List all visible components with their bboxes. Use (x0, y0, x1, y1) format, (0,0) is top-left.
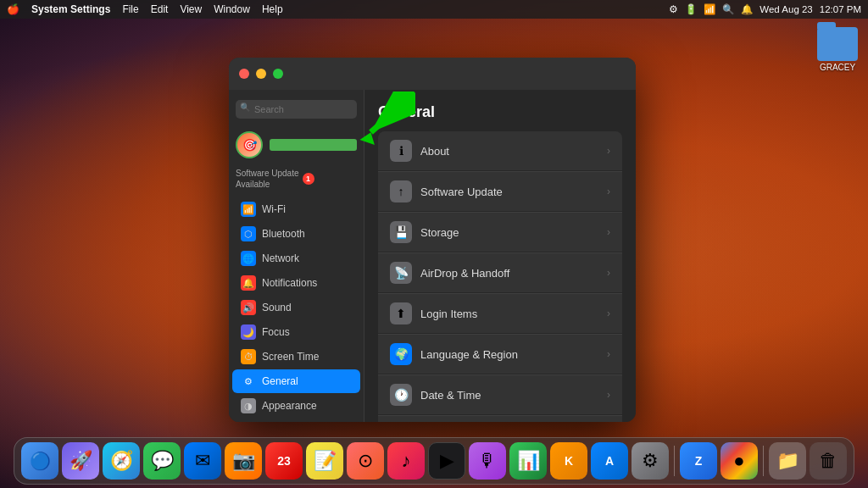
settings-item-login-items[interactable]: ⬆ Login Items › (378, 293, 622, 333)
menu-notification-icon[interactable]: 🔔 (741, 3, 753, 15)
language-icon: 🌍 (390, 343, 412, 365)
dock-item-notes[interactable]: 📝 (306, 442, 343, 480)
numbers-icon: 📊 (517, 450, 540, 472)
dock-item-appletv[interactable]: ▶ (428, 442, 465, 480)
screentime-icon: ⏱ (241, 349, 256, 364)
sidebar-item-network[interactable]: 🌐 Network (232, 247, 360, 270)
update-text: Software UpdateAvailable (236, 168, 299, 190)
user-section[interactable]: 🎯 (229, 126, 364, 164)
menu-time: 12:07 PM (820, 4, 861, 14)
search-input[interactable] (236, 100, 357, 119)
focus-icon: 🌙 (241, 324, 256, 340)
menu-window[interactable]: Window (214, 3, 250, 15)
sidebar: 🎯 Software UpdateAvailable 1 📶 Wi-Fi ⬡ B… (229, 90, 364, 422)
mail-icon: ✉ (195, 450, 210, 472)
bluetooth-icon: ⬡ (241, 226, 256, 241)
sidebar-item-wifi[interactable]: 📶 Wi-Fi (232, 197, 360, 221)
dock-item-files[interactable]: 📁 (769, 442, 806, 480)
menu-wifi-icon[interactable]: 📶 (704, 3, 715, 15)
settings-item-storage[interactable]: 💾 Storage › (378, 212, 622, 252)
dock-item-trash[interactable]: 🗑 (810, 442, 847, 480)
dock-item-zoom[interactable]: Z (680, 442, 717, 480)
avatar: 🎯 (236, 131, 263, 158)
sidebar-search-container (229, 97, 364, 125)
menu-gear-icon[interactable]: ⚙ (669, 3, 678, 15)
dock-item-photos[interactable]: 📷 (225, 442, 262, 480)
sidebar-item-bluetooth[interactable]: ⬡ Bluetooth (232, 222, 360, 246)
sidebar-item-focus[interactable]: 🌙 Focus (232, 320, 360, 344)
apple-menu[interactable]: 🍎 (7, 3, 19, 15)
folder-label: GRACEY (820, 63, 855, 72)
about-chevron-icon: › (607, 145, 610, 157)
menu-battery-icon[interactable]: 🔋 (685, 3, 697, 15)
menubar-left: 🍎 System Settings File Edit View Window … (7, 3, 283, 15)
dock-item-music[interactable]: ♪ (387, 442, 425, 480)
dock-item-chrome[interactable]: ● (721, 442, 758, 480)
sidebar-label-sound: Sound (262, 302, 292, 313)
dock-item-calendar[interactable]: 23 (265, 442, 303, 480)
dock-item-reminders[interactable]: ⊙ (347, 442, 384, 480)
about-label: About (420, 145, 598, 158)
dock-item-safari[interactable]: 🧭 (103, 442, 140, 480)
menu-file[interactable]: File (122, 3, 138, 15)
settings-item-about[interactable]: ℹ About › (378, 131, 622, 170)
window-titlebar (229, 58, 636, 90)
menu-search-icon[interactable]: 🔍 (722, 3, 734, 15)
dock-item-numbers[interactable]: 📊 (509, 442, 547, 480)
calendar-icon: 23 (277, 454, 291, 468)
menubar: 🍎 System Settings File Edit View Window … (0, 0, 868, 19)
login-chevron-icon: › (607, 308, 610, 319)
sound-icon: 🔊 (241, 300, 256, 315)
dock-separator-2 (763, 446, 764, 476)
close-button[interactable] (239, 69, 249, 79)
sidebar-item-appearance[interactable]: ◑ Appearance (232, 394, 360, 418)
zoom-icon: Z (695, 454, 703, 468)
dock-item-sysprefs[interactable]: ⚙ (632, 442, 669, 480)
appearance-icon: ◑ (241, 398, 256, 413)
dock-item-podcasts[interactable]: 🎙 (469, 442, 506, 480)
update-count-badge: 1 (303, 173, 314, 185)
about-icon: ℹ (390, 140, 412, 162)
menubar-right: ⚙ 🔋 📶 🔍 🔔 Wed Aug 23 12:07 PM (669, 3, 861, 15)
dock-separator (674, 446, 675, 476)
login-items-icon: ⬆ (390, 302, 412, 324)
airdrop-chevron-icon: › (607, 267, 610, 279)
storage-icon: 💾 (390, 221, 412, 243)
dock-item-finder[interactable]: 🔵 (21, 442, 58, 480)
appstore-icon: A (605, 454, 614, 468)
dock-item-launchpad[interactable]: 🚀 (62, 442, 99, 480)
menu-help[interactable]: Help (262, 3, 283, 15)
settings-item-airdrop[interactable]: 📡 AirDrop & Handoff › (378, 252, 622, 292)
settings-item-software-update[interactable]: ↑ Software Update › (378, 171, 622, 211)
desktop-folder[interactable]: GRACEY (817, 27, 858, 72)
dock-item-messages[interactable]: 💬 (143, 442, 181, 480)
dock-item-mail[interactable]: ✉ (184, 442, 221, 480)
app-name[interactable]: System Settings (31, 3, 110, 15)
sidebar-item-sound[interactable]: 🔊 Sound (232, 296, 360, 319)
sidebar-item-accessibility[interactable]: ♿ Accessibility (232, 419, 360, 422)
sidebar-item-general[interactable]: ⚙ General (232, 369, 360, 393)
appletv-icon: ▶ (440, 450, 454, 472)
dock-item-keynote[interactable]: K (550, 442, 587, 480)
settings-item-language[interactable]: 🌍 Language & Region › (378, 334, 622, 374)
sidebar-label-general: General (262, 375, 298, 387)
user-name-bar (270, 139, 357, 151)
sidebar-item-screentime[interactable]: ⏱ Screen Time (232, 345, 360, 369)
launchpad-icon: 🚀 (70, 450, 92, 472)
sidebar-label-bluetooth: Bluetooth (262, 228, 305, 240)
sidebar-label-appearance: Appearance (262, 400, 317, 412)
sidebar-item-notifications[interactable]: 🔔 Notifications (232, 271, 360, 295)
sidebar-label-wifi: Wi-Fi (262, 203, 286, 215)
main-content: General ℹ About › ↑ Software Update › 💾 … (364, 90, 636, 422)
minimize-button[interactable] (256, 69, 266, 79)
sidebar-label-focus: Focus (262, 326, 290, 338)
settings-item-sharing[interactable]: ↗ Sharing › (378, 415, 622, 422)
menu-view[interactable]: View (180, 3, 202, 15)
messages-icon: 💬 (151, 450, 174, 472)
settings-item-datetime[interactable]: 🕐 Date & Time › (378, 374, 622, 414)
dock-item-appstore[interactable]: A (591, 442, 628, 480)
chrome-icon: ● (733, 450, 744, 472)
sidebar-label-network: Network (262, 252, 299, 264)
maximize-button[interactable] (273, 69, 283, 79)
menu-edit[interactable]: Edit (151, 3, 169, 15)
